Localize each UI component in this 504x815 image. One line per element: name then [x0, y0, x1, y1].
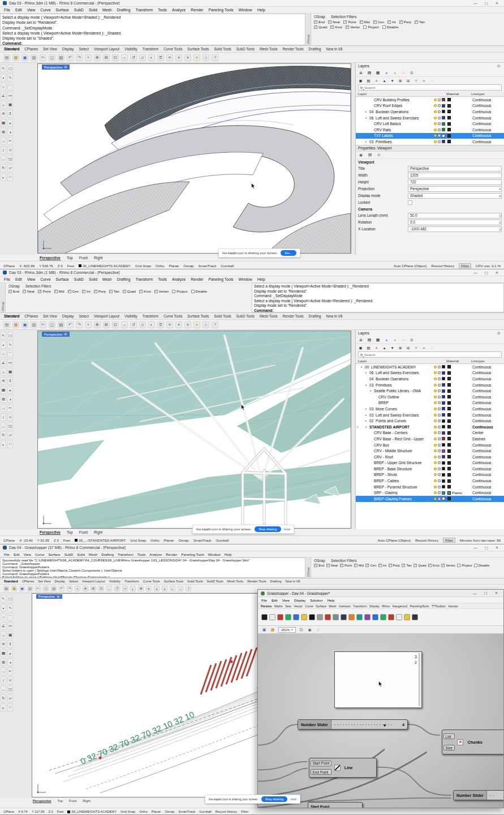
- layer-name[interactable]: CRV - Roof: [374, 455, 434, 459]
- osnap-checkbox[interactable]: ✓ Near: [23, 289, 35, 293]
- toolbar-tab[interactable]: Standard: [4, 580, 18, 583]
- lock-icon[interactable]: [438, 437, 441, 440]
- osnap-checkbox[interactable]: ✓ Mid: [360, 20, 370, 24]
- lock-icon[interactable]: [438, 134, 441, 137]
- menu-item[interactable]: Paneling Tools: [209, 277, 234, 281]
- visibility-bulb-icon[interactable]: [434, 473, 437, 476]
- layer-row[interactable]: ✓ ▸ 03_More Curves Continuous: [356, 406, 504, 412]
- tool-icon[interactable]: /: [1, 676, 6, 684]
- lock-icon[interactable]: [438, 396, 441, 398]
- layer-row[interactable]: ✓ BREP - Pyramid Structure Continuous: [356, 484, 504, 490]
- layer-color-swatch[interactable]: [442, 425, 445, 428]
- menu-item[interactable]: Edit: [14, 552, 20, 556]
- menu-item[interactable]: Tools: [158, 277, 167, 281]
- layer-name[interactable]: BREP - Upper Grid Structure: [374, 461, 434, 465]
- osnap-checkbox[interactable]: ✓ Vertex: [154, 289, 169, 293]
- visibility-bulb-icon[interactable]: [434, 437, 437, 440]
- toolbar-tab[interactable]: SubD Tools: [236, 314, 255, 318]
- tool-icon[interactable]: ↻: [1, 431, 6, 439]
- toolbar-icon[interactable]: ◫: [49, 321, 55, 328]
- menu-item[interactable]: Render: [191, 8, 203, 12]
- column-layer[interactable]: Layer: [358, 359, 446, 363]
- visibility-bulb-icon[interactable]: [434, 134, 437, 137]
- toolbar-icon[interactable]: ⊕: [94, 321, 101, 328]
- layer-name[interactable]: CRV Base - Centers: [374, 431, 434, 435]
- layer-linetype[interactable]: Continuous: [472, 407, 503, 411]
- layer-row[interactable]: ✓ CRV Box Continuous: [356, 442, 504, 448]
- osnap-checkbox[interactable]: ✓ Vertex: [441, 564, 455, 567]
- lock-icon[interactable]: [438, 456, 441, 458]
- layer-color-swatch[interactable]: [442, 455, 445, 458]
- toolbar-tab[interactable]: SubD Tools: [207, 580, 223, 583]
- close-icon[interactable]: ✕: [493, 271, 501, 275]
- component-icon[interactable]: [388, 614, 394, 620]
- tool-icon[interactable]: ○: [1, 350, 6, 358]
- osnap-dock-tab[interactable]: OSnap: [0, 283, 6, 312]
- viewport-tab[interactable]: Top: [67, 256, 73, 260]
- layer-name[interactable]: BREP - Base Structure: [374, 467, 434, 471]
- layer-row[interactable]: ✓ ▸ 04_Boolean Operations Continuous: [356, 109, 504, 115]
- layer-name[interactable]: CRV Loft Basics: [374, 122, 434, 126]
- osnap-dock-tab[interactable]: OSnap: [305, 557, 311, 578]
- menu-item[interactable]: Edit: [272, 598, 278, 602]
- layer-name[interactable]: SRF - Glazing: [374, 491, 434, 495]
- tool-icon[interactable]: ▩: [1, 386, 6, 394]
- osnap-checkbox[interactable]: ✓ Point: [343, 20, 356, 24]
- menu-item[interactable]: Mesh: [102, 277, 112, 281]
- toolbar-icon[interactable]: ⊞: [91, 586, 96, 591]
- lock-icon[interactable]: [438, 461, 441, 464]
- menu-item[interactable]: Curve: [35, 552, 45, 556]
- status-item[interactable]: 00_LINEWEIGHTS ACADEMY: [67, 810, 117, 813]
- tool-icon[interactable]: ↻: [1, 694, 6, 702]
- property-input[interactable]: 50.0: [408, 213, 502, 218]
- layer-linetype[interactable]: Continuous: [472, 461, 503, 465]
- property-input[interactable]: Perspective: [408, 166, 502, 171]
- toolbar-tab[interactable]: Render Tools: [247, 580, 266, 583]
- layer-color-swatch[interactable]: [442, 449, 445, 453]
- toolbar-tab[interactable]: Viewport Layout: [94, 314, 119, 318]
- osnap-checkbox[interactable]: ✓ Quad: [413, 564, 426, 567]
- visibility-bulb-icon[interactable]: [434, 456, 437, 458]
- toolbar-icon[interactable]: ▥: [27, 586, 33, 591]
- tool-icon[interactable]: ↥: [7, 640, 13, 648]
- tool-icon[interactable]: ∪: [7, 146, 13, 154]
- panel-tab-icon[interactable]: ▦: [375, 70, 381, 76]
- menu-item[interactable]: SubD: [64, 552, 73, 556]
- lock-icon[interactable]: [438, 431, 441, 434]
- osnap-checkbox[interactable]: ✓ Near: [326, 564, 338, 567]
- tool-icon[interactable]: ∷: [7, 704, 13, 711]
- component-input[interactable]: End Point: [311, 769, 332, 775]
- expand-arrow-icon[interactable]: ▸: [365, 419, 369, 422]
- status-item[interactable]: Record History: [415, 538, 438, 542]
- toolbar-icon[interactable]: ▧: [58, 321, 64, 328]
- material-swatch[interactable]: [447, 431, 451, 435]
- layer-search[interactable]: [358, 351, 502, 358]
- layer-linetype[interactable]: Continuous: [472, 473, 503, 477]
- status-item[interactable]: Feet: [63, 538, 70, 542]
- material-swatch[interactable]: [447, 443, 451, 447]
- layer-name[interactable]: CRV Outline: [378, 395, 434, 399]
- material-swatch[interactable]: [447, 377, 451, 380]
- toolbar-icon[interactable]: ↷: [76, 54, 83, 61]
- panel-tab-icon[interactable]: ●: [384, 337, 389, 343]
- osnap-checkbox[interactable]: ✓ Perp: [399, 20, 411, 24]
- toolbar-icon[interactable]: ⌂: [203, 321, 209, 328]
- toolbar-tab[interactable]: Render Tools: [283, 47, 304, 51]
- tool-icon[interactable]: ⌒: [7, 350, 13, 358]
- status-item[interactable]: X -822.86: [19, 264, 35, 268]
- toolbar-tab[interactable]: Transform: [143, 314, 158, 318]
- layer-tool-icon[interactable]: ⊟: [406, 345, 411, 350]
- toolbar-icon[interactable]: ●: [193, 321, 200, 328]
- layer-name[interactable]: TXT Labels: [374, 134, 434, 138]
- layer-row[interactable]: ✓ ▾ Seattle Public Library - OMA Continu…: [356, 388, 504, 394]
- visibility-bulb-icon[interactable]: [434, 491, 437, 494]
- lock-icon[interactable]: [438, 389, 441, 392]
- material-swatch[interactable]: [447, 497, 451, 500]
- expand-arrow-icon[interactable]: ▾: [365, 117, 369, 119]
- osnap-checkbox[interactable]: ✓ Tan: [415, 20, 425, 24]
- toolbar-tab[interactable]: Curve Tools: [163, 314, 182, 318]
- layer-row[interactable]: ✓ CRV Roof Edges Continuous: [356, 103, 504, 109]
- osnap-checkbox[interactable]: ✓ Int: [387, 20, 396, 24]
- visibility-bulb-icon[interactable]: [434, 449, 437, 452]
- tool-icon[interactable]: ▭: [7, 622, 13, 630]
